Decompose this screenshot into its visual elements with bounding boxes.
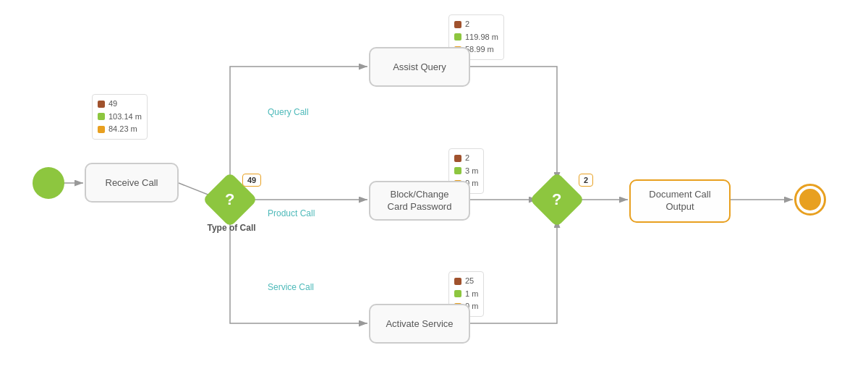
- stat-green-val: 103.14 m: [109, 111, 142, 124]
- block-change-node[interactable]: Block/ChangeCard Password: [369, 181, 470, 221]
- stat-dot: [454, 33, 461, 41]
- stat-orange-val: 84.23 m: [109, 123, 137, 136]
- stat-dot-orange: [98, 126, 105, 133]
- stat-dot-green: [98, 113, 105, 120]
- stat-brown-val: 49: [109, 98, 117, 111]
- document-call-node[interactable]: Document CallOutput: [629, 179, 731, 223]
- diagram-canvas: Receive Call 49 103.14 m 84.23 m ? 49 Ty…: [0, 0, 868, 366]
- stat-dot: [454, 155, 461, 162]
- receive-call-stats: 49 103.14 m 84.23 m: [92, 94, 148, 140]
- stat-dot: [454, 21, 461, 28]
- stat-dot: [454, 290, 461, 297]
- start-circle: [33, 167, 64, 199]
- block-change-label: Block/ChangeCard Password: [388, 189, 452, 213]
- end-circle: [794, 184, 826, 216]
- receive-call-node[interactable]: Receive Call: [85, 163, 179, 203]
- activate-service-label: Activate Service: [386, 318, 453, 329]
- badge-val: 49: [247, 176, 256, 184]
- activate-service-node[interactable]: Activate Service: [369, 304, 470, 344]
- stat-dot: [454, 167, 461, 174]
- document-call-label: Document CallOutput: [649, 189, 710, 213]
- stat-dot-brown: [98, 101, 105, 108]
- gateway2-node[interactable]: ?: [537, 180, 576, 219]
- service-call-label: Service Call: [268, 282, 314, 292]
- start-node: [33, 167, 64, 199]
- gateway2-badge: 2: [579, 174, 593, 187]
- end-node: [794, 184, 826, 216]
- product-call-label: Product Call: [268, 208, 315, 218]
- type-of-call-badge: 49: [242, 174, 261, 187]
- stat-dot: [454, 278, 461, 285]
- diamond-shape2: ?: [529, 172, 584, 227]
- assist-query-label: Assist Query: [393, 61, 446, 72]
- diamond-question: ?: [225, 190, 234, 209]
- query-call-label: Query Call: [268, 107, 309, 117]
- diamond-question2: ?: [552, 190, 561, 209]
- badge2-val: 2: [584, 176, 588, 184]
- assist-query-node[interactable]: Assist Query: [369, 47, 470, 87]
- type-of-call-label: Type of Call: [203, 223, 260, 233]
- end-circle-inner: [799, 189, 821, 210]
- receive-call-label: Receive Call: [106, 177, 158, 188]
